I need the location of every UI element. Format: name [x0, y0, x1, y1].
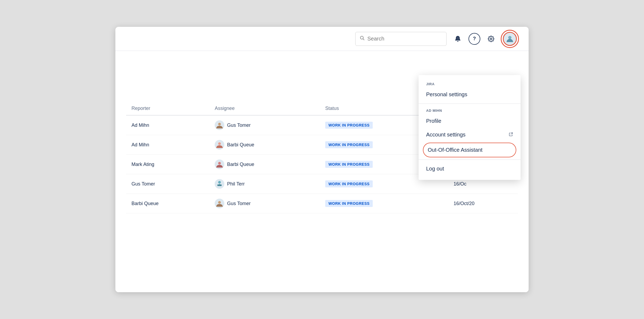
user-dropdown-menu: JIRA Personal settings AD MIHN Profile A…	[419, 75, 521, 180]
avatar-icon	[506, 35, 514, 43]
status-cell: WORK IN PROGRESS	[320, 194, 448, 213]
dropdown-divider-1	[419, 103, 521, 104]
assignee-cell: Gus Tomer	[209, 194, 320, 213]
assignee-cell: Gus Tomer	[209, 115, 320, 135]
notification-button[interactable]	[452, 33, 464, 45]
col-reporter: Reporter	[126, 102, 209, 115]
external-link-icon	[509, 132, 513, 138]
assignee-cell: Barbi Queue	[209, 155, 320, 174]
profile-item[interactable]: Profile	[419, 114, 521, 128]
help-button[interactable]: ?	[469, 33, 480, 45]
assignee-cell: Barbi Queue	[209, 135, 320, 155]
svg-line-1	[363, 39, 364, 40]
help-icon: ?	[473, 36, 476, 42]
top-bar-icons: ?	[452, 31, 518, 47]
search-input[interactable]	[367, 36, 442, 42]
avatar	[215, 160, 224, 169]
svg-point-7	[218, 181, 221, 184]
status-badge: WORK IN PROGRESS	[325, 180, 373, 187]
dropdown-divider-2	[419, 160, 521, 160]
reporter-cell: Ad Mihn	[126, 135, 209, 155]
avatar	[215, 179, 224, 189]
avatar	[215, 120, 224, 130]
personal-settings-item[interactable]: Personal settings	[419, 88, 521, 101]
svg-point-4	[218, 123, 221, 125]
status-badge: WORK IN PROGRESS	[325, 122, 373, 129]
reporter-cell: Mark Ating	[126, 155, 209, 174]
app-window: ?	[115, 27, 529, 292]
col-assignee: Assignee	[209, 102, 320, 115]
created-cell: 16/Oct/20	[448, 194, 518, 213]
account-settings-item[interactable]: Account settings	[419, 128, 521, 142]
status-badge: WORK IN PROGRESS	[325, 200, 373, 207]
out-of-office-item[interactable]: Out-Of-Office Assistant	[423, 143, 516, 157]
search-box[interactable]	[355, 32, 447, 46]
svg-point-10	[218, 201, 221, 204]
main-content: Reporter Assignee Status Created Ad Mihn	[115, 51, 529, 292]
reporter-cell: Ad Mihn	[126, 115, 209, 135]
notification-icon	[455, 36, 461, 42]
search-icon	[360, 36, 365, 42]
reporter-cell: Barbi Queue	[126, 194, 209, 213]
avatar-button[interactable]	[503, 32, 517, 46]
jira-section-label: JIRA	[419, 79, 521, 88]
svg-rect-8	[217, 184, 222, 186]
svg-point-2	[490, 38, 492, 40]
status-badge: WORK IN PROGRESS	[325, 141, 373, 148]
table-row: Barbi Queue Gus Tomer WORK IN PROGRESS 1…	[126, 194, 518, 213]
ad-mihn-section-label: AD MIHN	[419, 106, 521, 114]
status-badge: WORK IN PROGRESS	[325, 161, 373, 168]
svg-point-5	[218, 142, 221, 145]
avatar	[215, 199, 224, 208]
svg-line-11	[511, 133, 513, 134]
avatar	[215, 140, 224, 150]
svg-point-3	[508, 36, 511, 39]
top-bar: ?	[115, 27, 529, 51]
assignee-cell: Phil Terr	[209, 174, 320, 194]
svg-point-6	[218, 162, 221, 165]
settings-button[interactable]	[485, 33, 497, 45]
gear-icon	[488, 36, 494, 42]
reporter-cell: Gus Tomer	[126, 174, 209, 194]
log-out-item[interactable]: Log out	[419, 162, 521, 176]
